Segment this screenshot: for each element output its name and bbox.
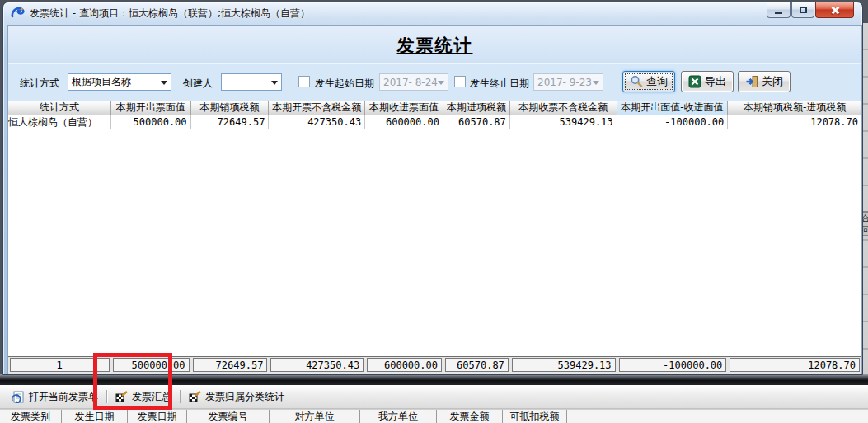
query-button[interactable]: 查询 bbox=[622, 71, 675, 92]
end-date-label: 发生终止日期 bbox=[470, 77, 529, 91]
column-output-minus-input-tax[interactable]: 本期销项税额-进项税额 bbox=[728, 101, 861, 115]
bg-column-our-unit: 我方单位 bbox=[360, 410, 437, 423]
total-input-tax: 60570.87 bbox=[445, 358, 509, 372]
stat-method-label: 统计方式 bbox=[20, 77, 59, 91]
invoice-classify-button[interactable]: 发票归属分类统计 bbox=[184, 388, 289, 406]
total-received-excl-tax: 539429.13 bbox=[512, 358, 616, 372]
end-date-checkbox[interactable] bbox=[454, 76, 466, 87]
column-received-face-value[interactable]: 本期收进票面值 bbox=[365, 101, 443, 115]
column-issued-excl-tax[interactable]: 本期开票不含税金额 bbox=[269, 101, 365, 115]
window-title: 发票统计 - 查询项目：恒大棕榈岛（联营）;恒大棕榈岛（自营） bbox=[30, 7, 310, 21]
start-date-checkbox[interactable] bbox=[298, 76, 310, 87]
start-date-value: 2017- 8-24 bbox=[383, 77, 438, 88]
close-window-label: 关闭 bbox=[762, 74, 783, 89]
row-input-tax: 60570.87 bbox=[443, 115, 510, 129]
page-header: 发票统计 bbox=[8, 26, 861, 63]
export-label: 导出 bbox=[705, 74, 726, 89]
exit-door-icon bbox=[745, 75, 758, 88]
creator-select[interactable] bbox=[221, 73, 282, 91]
bg-column-invoice-type: 发票类别 bbox=[0, 410, 62, 423]
row-stat-method: 恒大棕榈岛（自营） bbox=[8, 115, 111, 129]
row-received-excl-tax: 539429.13 bbox=[510, 115, 617, 129]
window-controls bbox=[766, 2, 854, 18]
magnifier-icon bbox=[630, 75, 643, 88]
close-icon bbox=[830, 6, 839, 15]
bg-column-invoice-amount: 发票金额 bbox=[437, 410, 503, 423]
row-issued-excl-tax: 427350.43 bbox=[269, 115, 365, 129]
bg-grid-filler bbox=[567, 410, 868, 423]
row-output-minus-input-tax: 12078.70 bbox=[728, 115, 861, 129]
query-label: 查询 bbox=[646, 74, 668, 89]
background-grid-header: 发票类别 发生日期 发票日期 发票编号 对方单位 我方单位 发票金额 可抵扣税额 bbox=[0, 409, 868, 423]
title-bar[interactable]: 发票统计 - 查询项目：恒大棕榈岛（联营）;恒大棕榈岛（自营） bbox=[3, 2, 862, 24]
annotation-red-box bbox=[93, 353, 172, 410]
window-content: 发票统计 统计方式 根据项目名称 创建人 发生起始日期 2017- 8-24 发… bbox=[7, 25, 862, 374]
row-issued-minus-received: -100000.00 bbox=[617, 115, 729, 129]
column-output-tax[interactable]: 本期销项税额 bbox=[191, 101, 270, 115]
column-received-excl-tax[interactable]: 本期收票不含税金额 bbox=[510, 101, 617, 115]
row-output-tax: 72649.57 bbox=[191, 115, 270, 129]
end-date-select[interactable]: 2017- 9-23 bbox=[533, 73, 603, 91]
grid-empty-area bbox=[8, 129, 861, 356]
start-date-select[interactable]: 2017- 8-24 bbox=[379, 73, 448, 91]
column-stat-method[interactable]: 统计方式 bbox=[8, 101, 111, 115]
stat-method-select[interactable]: 根据项目名称 bbox=[68, 73, 171, 91]
bg-column-occur-date: 发生日期 bbox=[62, 410, 128, 423]
total-issued-minus-received: -100000.00 bbox=[619, 358, 727, 372]
total-output-minus-input-tax: 12078.70 bbox=[730, 358, 860, 372]
table-row[interactable]: 恒大棕榈岛（自营） 500000.00 72649.57 427350.43 6… bbox=[8, 115, 861, 129]
close-window-button[interactable]: 关闭 bbox=[738, 71, 791, 92]
column-issued-face-value[interactable]: 本期开出票面值 bbox=[111, 101, 191, 115]
row-received-face-value: 600000.00 bbox=[365, 115, 443, 129]
minimize-icon bbox=[775, 12, 782, 14]
total-issued-excl-tax: 427350.43 bbox=[270, 358, 364, 372]
toolbar-separator bbox=[180, 390, 181, 403]
column-issued-minus-received[interactable]: 本期开出面值-收进面值 bbox=[617, 101, 729, 115]
total-output-tax: 72649.57 bbox=[193, 358, 268, 372]
invoice-stats-window: 发票统计 - 查询项目：恒大棕榈岛（联营）;恒大棕榈岛（自营） 发票统计 统计方… bbox=[2, 2, 863, 375]
start-date-label: 发生起始日期 bbox=[315, 77, 374, 91]
creator-label: 创建人 bbox=[183, 77, 213, 91]
close-button[interactable] bbox=[815, 2, 854, 18]
chevron-down-icon bbox=[593, 81, 599, 85]
bg-column-counterparty: 对方单位 bbox=[270, 410, 360, 423]
column-input-tax[interactable]: 本期进项税额 bbox=[443, 101, 510, 115]
open-current-invoice-label: 打开当前发票单 bbox=[29, 390, 98, 404]
export-button[interactable]: 导出 bbox=[681, 71, 734, 92]
filter-toolbar: 统计方式 根据项目名称 创建人 发生起始日期 2017- 8-24 发生终止日期… bbox=[8, 63, 861, 101]
bg-column-invoice-date: 发票日期 bbox=[128, 410, 187, 423]
excel-icon bbox=[688, 75, 701, 88]
row-issued-face-value: 500000.00 bbox=[111, 115, 191, 129]
open-document-icon bbox=[12, 391, 25, 403]
chevron-down-icon bbox=[161, 81, 167, 85]
stats-grid: 统计方式 本期开出票面值 本期销项税额 本期开票不含税金额 本期收进票面值 本期… bbox=[8, 101, 861, 374]
bg-column-deductible-tax: 可抵扣税额 bbox=[503, 410, 567, 423]
stat-method-value: 根据项目名称 bbox=[72, 75, 131, 89]
open-current-invoice-button[interactable]: 打开当前发票单 bbox=[7, 388, 103, 406]
chevron-down-icon bbox=[271, 81, 278, 85]
chevron-down-icon bbox=[438, 81, 444, 85]
invoice-classify-label: 发票归属分类统计 bbox=[205, 390, 284, 404]
minimize-button[interactable] bbox=[767, 2, 791, 18]
checker-tool-icon bbox=[189, 391, 201, 402]
page-title: 发票统计 bbox=[8, 34, 861, 57]
maximize-icon bbox=[800, 7, 807, 13]
end-date-value: 2017- 9-23 bbox=[537, 77, 592, 88]
bg-column-invoice-no: 发票编号 bbox=[187, 410, 270, 423]
maximize-button[interactable] bbox=[791, 2, 814, 18]
app-swirl-icon bbox=[11, 7, 25, 20]
grid-header-row: 统计方式 本期开出票面值 本期销项税额 本期开票不含税金额 本期收进票面值 本期… bbox=[8, 101, 861, 115]
total-received-face-value: 600000.00 bbox=[367, 358, 442, 372]
